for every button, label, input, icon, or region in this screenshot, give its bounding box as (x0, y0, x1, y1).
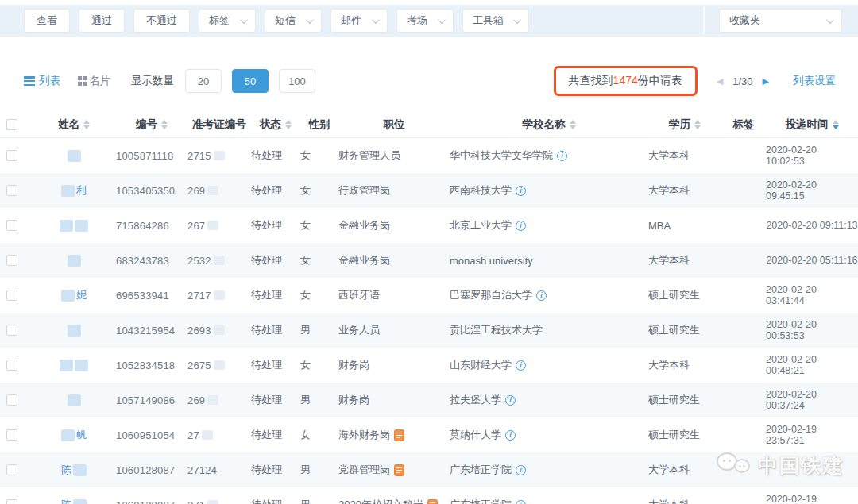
applicant-name-link[interactable]: 陈 (60, 463, 87, 477)
info-icon[interactable]: i (516, 360, 526, 371)
column-header-education[interactable]: 学历 (648, 117, 721, 132)
admission-ticket-number: 27124 (187, 464, 251, 476)
delivery-time-cell: 2020-02-20 09:11:13 (766, 220, 858, 231)
education-cell: 硕士研究生 (648, 323, 721, 337)
column-header-name-label: 姓名 (58, 117, 79, 132)
pass-button[interactable]: 通过 (79, 9, 125, 33)
favorites-dropdown[interactable]: 收藏夹 (719, 9, 842, 33)
next-page-icon[interactable]: ▶ (763, 76, 769, 87)
list-settings-link[interactable]: 列表设置 (793, 74, 836, 88)
admission-ticket-number: 269 (187, 185, 251, 197)
name-cell: 帆 (32, 428, 116, 442)
info-icon[interactable]: i (516, 186, 526, 196)
sort-icon[interactable] (285, 120, 292, 129)
applicant-name-link[interactable]: 妮 (60, 288, 87, 302)
applicant-name-link[interactable]: 陈 (60, 498, 87, 504)
exam-room-dropdown[interactable]: 考场 (396, 9, 454, 33)
education-cell: 大学本科 (648, 148, 721, 163)
sort-icon[interactable] (83, 120, 90, 129)
position-cell: 行政管理岗 (338, 183, 450, 198)
applicant-name-link[interactable]: 帆 (60, 428, 87, 442)
name-cell (32, 394, 116, 406)
sort-icon[interactable] (570, 120, 576, 129)
redaction-block (61, 185, 75, 197)
sort-icon[interactable] (161, 120, 168, 129)
applicant-name-link[interactable] (59, 220, 89, 232)
attachment-document-icon[interactable] (427, 499, 438, 504)
info-icon[interactable]: i (536, 290, 547, 301)
row-checkbox[interactable] (6, 464, 17, 475)
name-cell: 利 (32, 183, 116, 198)
attachment-document-icon[interactable] (394, 429, 404, 441)
admission-ticket-number: 271 (187, 499, 251, 504)
email-dropdown[interactable]: 邮件 (330, 9, 388, 33)
row-checkbox[interactable] (6, 429, 17, 441)
name-cell (32, 220, 116, 232)
page-size-100-button[interactable]: 100 (279, 69, 315, 93)
column-header-school[interactable]: 学校名称 (450, 117, 648, 132)
tag-dropdown[interactable]: 标签 (199, 9, 256, 33)
card-view-toggle[interactable]: 名片 (78, 74, 110, 88)
application-number: 1060128087 (116, 499, 187, 504)
sort-icon[interactable] (694, 120, 701, 129)
redaction-block (214, 256, 225, 265)
redaction-block (75, 220, 88, 232)
chevron-down-icon (438, 16, 446, 24)
admission-ticket-number: 27 (187, 429, 251, 441)
row-checkbox[interactable] (6, 360, 17, 371)
list-view-toggle[interactable]: 列表 (24, 74, 60, 88)
column-header-delivery-time[interactable]: 投递时间 (766, 117, 858, 132)
applicant-name-link[interactable] (67, 255, 82, 267)
view-button[interactable]: 查看 (24, 9, 70, 33)
prev-page-icon[interactable]: ◀ (717, 76, 723, 87)
page-size-50-button[interactable]: 50 (232, 69, 269, 93)
row-checkbox[interactable] (6, 220, 17, 231)
redaction-block (214, 360, 225, 370)
gender-cell: 女 (300, 148, 338, 163)
status-cell: 待处理 (251, 428, 300, 442)
applicant-name-link[interactable]: 利 (60, 183, 87, 198)
fail-button[interactable]: 不通过 (133, 9, 190, 33)
page-size-20-button[interactable]: 20 (185, 69, 222, 93)
column-header-name[interactable]: 姓名 (32, 117, 116, 132)
sms-dropdown[interactable]: 短信 (265, 9, 322, 33)
page-size-label: 显示数量 (131, 74, 174, 88)
info-icon[interactable]: i (516, 221, 526, 231)
email-dropdown-label: 邮件 (341, 13, 361, 28)
column-header-status[interactable]: 状态 (251, 117, 300, 132)
row-checkbox[interactable] (6, 255, 17, 266)
attachment-document-icon[interactable] (394, 464, 404, 476)
info-icon[interactable]: i (505, 430, 516, 441)
column-header-number[interactable]: 编号 (116, 117, 187, 132)
row-checkbox[interactable] (6, 150, 17, 161)
row-checkbox[interactable] (6, 394, 17, 406)
toolbox-dropdown[interactable]: 工具箱 (462, 9, 529, 33)
applicant-name-link[interactable] (67, 150, 82, 162)
chevron-down-icon (513, 16, 521, 24)
name-cell: 陈 (32, 463, 116, 477)
row-checkbox[interactable] (6, 185, 17, 196)
column-header-ticket: 准考证编号 (187, 117, 251, 132)
row-checkbox[interactable] (6, 325, 17, 336)
info-icon[interactable]: i (516, 500, 526, 504)
status-cell: 待处理 (251, 393, 300, 407)
table-header-row: 姓名 编号 准考证编号 状态 性别 职位 学校名称 (0, 111, 858, 138)
select-all-checkbox[interactable] (6, 119, 17, 130)
info-icon[interactable]: i (505, 395, 516, 406)
education-cell: 大学本科 (648, 463, 721, 477)
info-icon[interactable]: i (557, 151, 567, 161)
applicant-name-link[interactable] (67, 394, 82, 406)
school-cell: 拉夫堡大学 i (450, 393, 648, 407)
table-row: 715864286 267 待处理 女 金融业务岗 北京工业大学 i MBA 2… (0, 208, 858, 243)
card-view-label: 名片 (89, 74, 110, 88)
applicant-name-link[interactable] (67, 325, 82, 337)
row-checkbox[interactable] (6, 290, 17, 301)
info-icon[interactable]: i (516, 465, 526, 475)
gender-cell: 女 (300, 253, 338, 267)
row-checkbox[interactable] (6, 499, 17, 504)
applicant-name-link[interactable] (59, 360, 89, 371)
school-cell: 广东培正学院 i (450, 498, 648, 504)
sort-desc-icon[interactable] (833, 120, 839, 129)
application-list-page: 查看 通过 不通过 标签 短信 邮件 考场 工具箱 收藏夹 (0, 5, 858, 504)
status-cell: 待处理 (251, 253, 300, 267)
